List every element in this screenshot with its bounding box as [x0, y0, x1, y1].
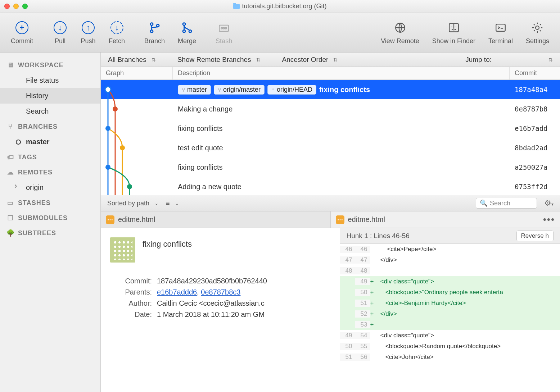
stash-button[interactable]: Stash — [209, 20, 239, 45]
diff-line[interactable]: 5055 <blockquote>Random quote</blockquot… — [340, 341, 560, 352]
diff-line[interactable]: 5156 <cite>John</cite> — [340, 352, 560, 363]
subtree-icon: 🌳 — [6, 229, 14, 237]
sidebar-section-stashes[interactable]: ▭STASHES — [0, 195, 100, 210]
parent-link[interactable]: 0e8787b8c3 — [201, 288, 240, 296]
push-button[interactable]: ↑Push — [74, 20, 102, 45]
diff-line[interactable]: 50+ <blockquote>"Ordinary people seek en… — [340, 287, 560, 298]
column-graph[interactable]: Graph — [101, 67, 173, 79]
terminal-icon — [494, 22, 507, 34]
fetch-button[interactable]: ↓Fetch — [102, 20, 131, 45]
folder-icon — [233, 4, 240, 9]
merge-icon — [181, 22, 193, 34]
sidebar-section-submodules[interactable]: ❐SUBMODULES — [0, 210, 100, 225]
commit-row[interactable]: fixing conflictsa250027a — [101, 158, 560, 177]
chevron-down-icon: ⌄ — [154, 200, 159, 206]
sidebar-section-tags[interactable]: 🏷TAGS — [0, 150, 100, 165]
branch-button[interactable]: Branch — [138, 20, 171, 45]
submodule-icon: ❐ — [6, 214, 14, 222]
more-icon[interactable]: ••• — [543, 214, 555, 225]
commit-message: test edit quote — [178, 144, 223, 152]
column-description[interactable]: Description — [173, 67, 510, 79]
filter-branches[interactable]: All Branches⇅ — [108, 56, 156, 64]
diff-line[interactable]: 4954 <div class="quote"> — [340, 330, 560, 341]
commit-sha: e16b7add — [510, 124, 560, 132]
chevron-updown-icon: ⇅ — [333, 57, 338, 63]
hunk-label: Hunk 1 : Lines 46-56 — [347, 232, 410, 240]
filter-bar: All Branches⇅ Show Remote Branches⇅ Ance… — [101, 53, 560, 67]
svg-point-13 — [536, 26, 539, 29]
svg-point-0 — [150, 23, 153, 26]
branch-icon: ⑂ — [6, 123, 14, 131]
commit-row[interactable]: test edit quote8bdad2ad — [101, 138, 560, 158]
file-tab-left[interactable]: ⋯editme.html — [101, 211, 331, 228]
maximize-icon[interactable] — [22, 4, 28, 9]
branch-tag: ⑂master — [178, 85, 211, 95]
stash-icon: ▭ — [6, 199, 14, 207]
sidebar-item-origin[interactable]: origin — [0, 180, 100, 195]
close-icon[interactable] — [4, 4, 10, 9]
sidebar-item-file-status[interactable]: File status — [0, 73, 100, 88]
sidebar-section-remotes[interactable]: ☁REMOTES — [0, 165, 100, 180]
cloud-icon: ☁ — [6, 168, 14, 176]
sidebar-section-subtrees[interactable]: 🌳SUBTREES — [0, 225, 100, 241]
commit-sha: 0e8787b8 — [510, 105, 560, 113]
finder-icon — [448, 22, 460, 34]
filter-order[interactable]: Ancestor Order⇅ — [282, 56, 338, 64]
show-in-finder-button[interactable]: Show in Finder — [426, 20, 482, 45]
search-input[interactable]: 🔍Search — [476, 198, 537, 209]
gear-dropdown[interactable]: ⚙▾ — [544, 199, 554, 208]
diff-line[interactable]: 53+ — [340, 319, 560, 330]
list-mode-dropdown[interactable]: ≡ ⌄ — [166, 200, 179, 207]
file-tab-right[interactable]: ⋯editme.html••• — [331, 211, 560, 228]
commit-row[interactable]: Adding a new quote0753ff2d — [101, 177, 560, 195]
diff-line[interactable]: 51+ <cite>-Benjamin Hardy</cite> — [340, 298, 560, 309]
diff-line[interactable]: 4646 <cite>Pepe</cite> — [340, 244, 560, 255]
view-remote-button[interactable]: View Remote — [374, 20, 426, 45]
commit-message: fixing conflicts — [178, 163, 223, 172]
svg-point-9 — [225, 27, 227, 29]
commit-button[interactable]: +Commit — [4, 20, 40, 45]
commit-sha: 0753ff2d — [510, 183, 560, 191]
parent-link[interactable]: e16b7addd6 — [157, 288, 197, 296]
file-options-bar: Sorted by path ⌄ ≡ ⌄ 🔍Search ⚙▾ — [101, 195, 560, 211]
settings-button[interactable]: Settings — [519, 20, 556, 45]
sidebar-section-branches[interactable]: ⑂BRANCHES — [0, 119, 100, 134]
meta-value: 187a48a429230ad580fb0b762440 — [157, 277, 267, 285]
commit-row[interactable]: Making a change0e8787b8 — [101, 99, 560, 119]
filter-remote[interactable]: Show Remote Branches⇅ — [177, 56, 261, 64]
terminal-button[interactable]: Terminal — [482, 20, 519, 45]
commit-row[interactable]: fixing conflictse16b7add — [101, 119, 560, 138]
diff-panel: Hunk 1 : Lines 46-56 Reverse h 4646 <cit… — [340, 228, 560, 392]
column-commit[interactable]: Commit — [510, 67, 560, 79]
svg-point-3 — [183, 23, 185, 26]
diff-line[interactable]: 4848 — [340, 265, 560, 276]
stash-icon — [218, 22, 230, 34]
gear-icon — [531, 22, 543, 34]
sidebar-item-history[interactable]: History — [0, 88, 100, 104]
diff-line[interactable]: 49+<div class="quote"> — [340, 276, 560, 287]
commit-row[interactable]: ⑂master⑂origin/master⑂origin/HEADfixing … — [101, 80, 560, 99]
window-controls — [4, 4, 28, 9]
diff-line[interactable]: 4747 </div> — [340, 255, 560, 265]
branch-tag: ⑂origin/master — [214, 85, 265, 95]
commit-message: Making a change — [178, 105, 232, 113]
sidebar-item-search[interactable]: Search — [0, 104, 100, 119]
chevron-updown-icon: ⇅ — [152, 57, 156, 63]
sort-dropdown[interactable]: Sorted by path ⌄ — [107, 200, 159, 207]
monitor-icon: 🖥 — [6, 61, 14, 69]
commit-message: fixing conflicts — [178, 124, 223, 133]
branch-icon — [149, 22, 161, 34]
minimize-icon[interactable] — [13, 4, 19, 9]
sidebar-section-workspace[interactable]: 🖥WORKSPACE — [0, 58, 100, 73]
filter-jump-to[interactable]: Jump to:⇅ — [465, 56, 553, 64]
sidebar: 🖥WORKSPACE File status History Search ⑂B… — [0, 53, 101, 392]
commit-list: ⑂master⑂origin/master⑂origin/HEADfixing … — [101, 80, 560, 195]
diff-line[interactable]: 52+</div> — [340, 309, 560, 319]
merge-button[interactable]: Merge — [171, 20, 203, 45]
meta-label: Author: — [110, 299, 152, 307]
reverse-hunk-button[interactable]: Reverse h — [516, 231, 554, 241]
svg-point-4 — [183, 30, 185, 32]
sidebar-item-master[interactable]: master — [0, 134, 100, 150]
meta-label: Date: — [110, 310, 152, 319]
pull-button[interactable]: ↓Pull — [46, 20, 74, 45]
